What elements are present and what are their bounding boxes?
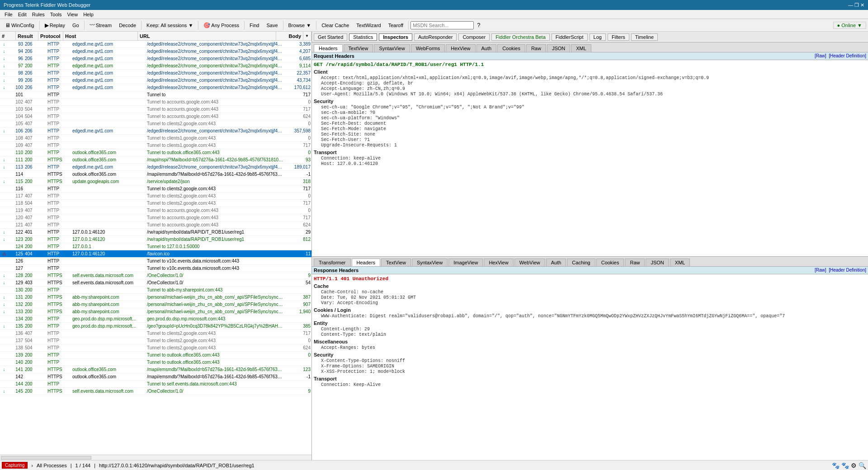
response-tab-webview[interactable]: WebView	[514, 258, 545, 266]
request-tab-headers[interactable]: Headers	[314, 44, 343, 52]
stream-button[interactable]: 〰Stream	[86, 21, 115, 30]
browse-button[interactable]: Browse ▼	[285, 21, 315, 29]
response-tab-textview[interactable]: TextView	[381, 258, 411, 266]
table-row[interactable]: ↓128200HTTPSself.events.data.microsoft.c…	[0, 272, 311, 279]
inspectors-tab[interactable]: Inspectors	[379, 33, 412, 41]
col-header-sort[interactable]: ▼	[303, 32, 311, 40]
table-row[interactable]: 110200HTTPoutlook.office365.comTunnel to…	[0, 149, 311, 156]
menu-item-help[interactable]: Help	[80, 11, 96, 18]
table-row[interactable]: 124200HTTP127.0.0.1Tunnel to 127.0.0.1:5…	[0, 243, 311, 250]
menu-item-tools[interactable]: Tools	[47, 11, 65, 18]
auto-responder-tab[interactable]: AutoResponder	[414, 33, 457, 41]
menu-item-file[interactable]: File	[2, 11, 15, 18]
response-tab-json[interactable]: JSON	[646, 258, 669, 266]
go-button[interactable]: Go	[69, 21, 82, 29]
fiddler-script-tab[interactable]: FiddlerScript	[552, 33, 588, 41]
any-process-button[interactable]: 🎯Any Process	[200, 21, 242, 30]
composer-tab[interactable]: Composer	[458, 33, 490, 41]
response-tab-transformer[interactable]: Transformer	[314, 258, 351, 266]
request-tab-xml[interactable]: XML	[571, 44, 591, 52]
table-row[interactable]: 104504HTTPTunnel to accounts.google.com:…	[0, 113, 311, 120]
table-row[interactable]: 130200HTTPTunnel to abb-my.sharepoint.co…	[0, 287, 311, 294]
col-header-url[interactable]: URL	[138, 32, 276, 40]
table-row[interactable]: 139200HTTPTunnel to outlook.office365.co…	[0, 352, 311, 359]
text-wizard-button[interactable]: TextWizard	[353, 21, 384, 29]
table-row[interactable]: 119407HTTPTunnel to accounts.google.com:…	[0, 207, 311, 214]
response-tab-syntaxview[interactable]: SyntaxView	[412, 258, 448, 266]
close-button[interactable]: ✕	[860, 2, 864, 8]
table-row[interactable]: 136407HTTPTunnel to clients2.google.com:…	[0, 330, 311, 337]
response-tab-headers[interactable]: Headers	[352, 258, 381, 267]
table-row[interactable]: ↓98206HTTPedgedl.me.gvt1.com/edgedl/rele…	[0, 70, 311, 77]
tearoff-button[interactable]: Tearoff	[385, 21, 406, 29]
table-row[interactable]: 144200HTTPTunnel to self.events.data.mic…	[0, 381, 311, 388]
response-tab-auth[interactable]: Auth	[546, 258, 566, 266]
save-button[interactable]: Save	[263, 21, 281, 29]
table-row[interactable]: ↓113206HTTPedgedl.me.gvt1.com/edgedl/rel…	[0, 164, 311, 171]
table-row[interactable]: 116HTTPTunnel to clients2.google.com:443…	[0, 185, 311, 193]
col-header-body[interactable]: Body	[276, 32, 303, 40]
keep-button[interactable]: Keep: All sessions ▼	[143, 21, 196, 29]
table-row[interactable]: 137504HTTPTunnel to clients2.google.com:…	[0, 337, 311, 344]
col-header-protocol[interactable]: Protocol	[38, 32, 63, 40]
table-row[interactable]: 102407HTTPTunnel to accounts.google.com:…	[0, 99, 311, 106]
timeline-tab[interactable]: Timeline	[631, 33, 658, 41]
table-row[interactable]: 120407HTTPTunnel to accounts.google.com:…	[0, 214, 311, 221]
online-status[interactable]: ● Online ▼	[833, 22, 866, 29]
log-tab[interactable]: Log	[590, 33, 606, 41]
decode-button[interactable]: Decode	[116, 21, 139, 29]
table-row[interactable]: ↓111200HTTPSoutlook.office365.com/mapi/n…	[0, 156, 311, 164]
table-row[interactable]: 138504HTTPTunnel to clients2.google.com:…	[0, 344, 311, 352]
table-row[interactable]: ↓97200HTTPedgedl.me.gvt1.com/edgedl/rele…	[0, 62, 311, 70]
request-tab-raw[interactable]: Raw	[526, 44, 546, 52]
request-tab-textview[interactable]: TextView	[344, 44, 373, 52]
response-tab-imageview[interactable]: ImageView	[448, 258, 483, 266]
help-button[interactable]: ?	[475, 21, 482, 29]
request-tab-syntaxview[interactable]: SyntaxView	[374, 44, 410, 52]
table-row[interactable]: ↓100206HTTPedgedl.me.gvt1.com/edgedl/rel…	[0, 84, 311, 91]
table-row[interactable]: 114HTTPSoutlook.office365.com/mapi/emsmd…	[0, 171, 311, 178]
table-row[interactable]: ↓96206HTTPedgedl.me.gvt1.com/edgedl/rele…	[0, 55, 311, 62]
table-row[interactable]: 134200HTTPgeo.prod.do.dsp.mp.microsoft..…	[0, 315, 311, 323]
response-tab-xml[interactable]: XML	[670, 258, 690, 266]
winconfig-button[interactable]: 🖥WinConfig	[2, 21, 38, 30]
find-button[interactable]: Find	[246, 21, 262, 29]
table-row[interactable]: 118504HTTPTunnel to clients2.google.com:…	[0, 200, 311, 207]
statistics-tab[interactable]: Statistics	[349, 33, 377, 41]
menu-item-rules[interactable]: Rules	[29, 11, 47, 18]
table-row[interactable]: 105407HTTPTunnel to clients2.google.com:…	[0, 120, 311, 127]
get-started-tab[interactable]: Get Started	[314, 33, 347, 41]
horizontal-scrollbar[interactable]	[0, 455, 311, 460]
table-row[interactable]: ↓132200HTTPSabb-my.sharepoint.com/person…	[0, 301, 311, 308]
table-row[interactable]: 117407HTTPTunnel to clients2.google.com:…	[0, 193, 311, 200]
restore-button[interactable]: ❐	[854, 2, 859, 8]
table-row[interactable]: ↓133200HTTPSabb-my.sharepoint.com/person…	[0, 308, 311, 315]
request-headerdef-btn[interactable]: Header Definition	[830, 53, 865, 58]
response-tab-hexview[interactable]: HexView	[484, 258, 513, 266]
table-row[interactable]: 140200HTTPTunnel to outlook.office365.co…	[0, 359, 311, 366]
table-row[interactable]: ↓145200HTTPSself.events.data.microsoft.c…	[0, 388, 311, 395]
response-raw-btn[interactable]: Raw	[816, 268, 825, 273]
table-row[interactable]: ↓106206HTTPedgedl.me.gvt1.com/edgedl/rel…	[0, 127, 311, 135]
table-row[interactable]: 108407HTTPTunnel to clients1.google.com:…	[0, 135, 311, 142]
table-row[interactable]: ↓141200HTTPSoutlook.office365.com/mapi/e…	[0, 366, 311, 373]
response-tab-caching[interactable]: Caching	[567, 258, 595, 266]
table-row[interactable]: 103504HTTPTunnel to accounts.google.com:…	[0, 106, 311, 113]
table-row[interactable]: 101HTTPTunnel to717	[0, 91, 311, 99]
table-row[interactable]: ↓131200HTTPSabb-my.sharepoint.com/person…	[0, 294, 311, 301]
table-row[interactable]: ↓93206HTTPedgedl.me.gvt1.com/edgedl/rele…	[0, 41, 311, 48]
request-raw-btn[interactable]: Raw	[816, 53, 825, 58]
table-row[interactable]: 126HTTPTunnel to v10c.events.data.micros…	[0, 258, 311, 265]
request-tab-hexview[interactable]: HexView	[446, 44, 475, 52]
table-row[interactable]: ↓115200HTTPSupdate.googleapis.com/servic…	[0, 178, 311, 185]
capturing-button[interactable]: Capturing	[2, 462, 28, 469]
request-tab-auth[interactable]: Auth	[476, 44, 497, 52]
col-header-result[interactable]: Result	[16, 32, 38, 40]
col-header-host[interactable]: Host	[63, 32, 138, 40]
minimize-button[interactable]: —	[848, 2, 853, 8]
replay-button[interactable]: ▶Replay	[42, 21, 68, 30]
request-tab-webforms[interactable]: WebForms	[411, 44, 445, 52]
response-tab-cookies[interactable]: Cookies	[596, 258, 624, 266]
table-row[interactable]: 121407HTTPTunnel to accounts.google.com:…	[0, 221, 311, 229]
menu-item-view[interactable]: View	[65, 11, 81, 18]
